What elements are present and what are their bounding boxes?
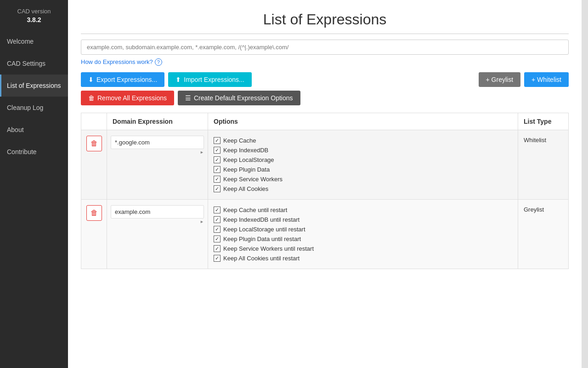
option-row: Keep IndexedDB until restart: [214, 215, 512, 224]
domain-cell: [107, 199, 208, 269]
option-label: Keep IndexedDB: [223, 147, 268, 154]
sidebar-item-about[interactable]: About: [0, 119, 68, 141]
option-row: Keep LocalStorage until restart: [214, 224, 512, 234]
sidebar-item-list-of-expressions[interactable]: List of Expressions: [0, 75, 68, 97]
option-checkbox[interactable]: [214, 207, 220, 213]
option-label: Keep Service Workers: [223, 176, 283, 183]
version-label: CAD version: [17, 8, 51, 15]
toolbar-row-1: ⬇ Export Expressions... ⬆ Import Express…: [81, 72, 569, 87]
remove-all-button[interactable]: 🗑 Remove All Expressions: [81, 91, 174, 105]
option-checkbox[interactable]: [214, 255, 220, 262]
option-row: Keep LocalStorage: [214, 155, 512, 165]
greylist-button[interactable]: + Greylist: [479, 72, 521, 87]
table-row: 🗑Keep Cache until restartKeep IndexedDB …: [81, 199, 569, 269]
toolbar-row-2: 🗑 Remove All Expressions ☰ Create Defaul…: [81, 91, 569, 105]
sidebar-item-cad-settings[interactable]: CAD Settings: [0, 52, 68, 75]
option-row: Keep Cache until restart: [214, 205, 512, 215]
option-checkbox[interactable]: [214, 147, 220, 154]
option-checkbox[interactable]: [214, 245, 220, 252]
export-button[interactable]: ⬇ Export Expressions...: [81, 72, 164, 87]
list-type-badge: Whitelist: [524, 137, 546, 144]
domain-expander[interactable]: [111, 149, 204, 155]
option-label: Keep Service Workers until restart: [223, 245, 314, 252]
option-label: Keep IndexedDB until restart: [223, 216, 300, 223]
col-header-action: [81, 113, 107, 130]
option-label: Keep All Cookies until restart: [223, 255, 300, 262]
option-checkbox[interactable]: [214, 176, 220, 183]
delete-cell: 🗑: [81, 130, 107, 199]
option-checkbox[interactable]: [214, 236, 220, 242]
option-label: Keep Plugin Data until restart: [223, 236, 301, 242]
page-title: List of Expressions: [81, 11, 569, 34]
option-row: Keep Plugin Data: [214, 165, 512, 174]
how-expressions-link[interactable]: How do Expressions work? ?: [81, 58, 162, 66]
option-label: Keep Cache: [223, 137, 256, 144]
sidebar-version: CAD version 3.8.2: [0, 0, 68, 30]
option-row: Keep All Cookies: [214, 184, 512, 194]
domain-expander[interactable]: [111, 218, 204, 225]
option-label: Keep LocalStorage: [223, 156, 274, 163]
version-number: 3.8.2: [4, 16, 64, 25]
option-row: Keep IndexedDB: [214, 145, 512, 155]
col-header-domain: Domain Expression: [107, 113, 208, 130]
option-label: Keep Plugin Data: [223, 166, 270, 173]
upload-icon: ⬆: [175, 76, 181, 83]
create-default-button[interactable]: ☰ Create Default Expression Options: [178, 91, 300, 105]
option-row: Keep Plugin Data until restart: [214, 234, 512, 244]
scrollbar-track[interactable]: [582, 0, 588, 368]
option-row: Keep Service Workers: [214, 174, 512, 184]
help-icon: ?: [155, 58, 162, 66]
option-row: Keep Service Workers until restart: [214, 244, 512, 253]
trash-icon: 🗑: [88, 94, 95, 102]
option-checkbox[interactable]: [214, 166, 220, 173]
domain-cell: [107, 130, 208, 199]
options-cell: Keep CacheKeep IndexedDBKeep LocalStorag…: [208, 130, 518, 199]
delete-expression-button[interactable]: 🗑: [86, 136, 102, 151]
search-input[interactable]: [81, 40, 569, 55]
table-row: 🗑Keep CacheKeep IndexedDBKeep LocalStora…: [81, 130, 569, 199]
sidebar-item-welcome[interactable]: Welcome: [0, 30, 68, 52]
option-row: Keep Cache: [214, 136, 512, 145]
delete-expression-button[interactable]: 🗑: [86, 205, 102, 221]
option-checkbox[interactable]: [214, 216, 220, 223]
option-label: Keep Cache until restart: [223, 207, 287, 213]
domain-input[interactable]: [111, 205, 204, 218]
expressions-table: Domain Expression Options List Type 🗑Kee…: [81, 113, 569, 269]
import-button[interactable]: ⬆ Import Expressions...: [168, 72, 252, 87]
list-icon: ☰: [185, 94, 191, 102]
col-header-listtype: List Type: [518, 113, 569, 130]
options-cell: Keep Cache until restartKeep IndexedDB u…: [208, 199, 518, 269]
option-checkbox[interactable]: [214, 185, 220, 192]
option-checkbox[interactable]: [214, 226, 220, 233]
list-type-badge: Greylist: [524, 206, 544, 213]
delete-cell: 🗑: [81, 199, 107, 269]
domain-input[interactable]: [111, 136, 204, 149]
option-label: Keep All Cookies: [223, 185, 268, 192]
sidebar-item-cleanup-log[interactable]: Cleanup Log: [0, 97, 68, 119]
col-header-options: Options: [208, 113, 518, 130]
list-type-cell: Greylist: [518, 199, 569, 269]
option-row: Keep All Cookies until restart: [214, 253, 512, 263]
list-type-cell: Whitelist: [518, 130, 569, 199]
main-content: List of Expressions How do Expressions w…: [68, 0, 582, 368]
sidebar: CAD version 3.8.2 Welcome CAD Settings L…: [0, 0, 68, 368]
download-icon: ⬇: [88, 76, 94, 83]
option-checkbox[interactable]: [214, 156, 220, 163]
whitelist-button[interactable]: + Whitelist: [524, 72, 569, 87]
sidebar-item-contribute[interactable]: Contribute: [0, 141, 68, 163]
option-label: Keep LocalStorage until restart: [223, 226, 305, 233]
option-checkbox[interactable]: [214, 137, 220, 144]
